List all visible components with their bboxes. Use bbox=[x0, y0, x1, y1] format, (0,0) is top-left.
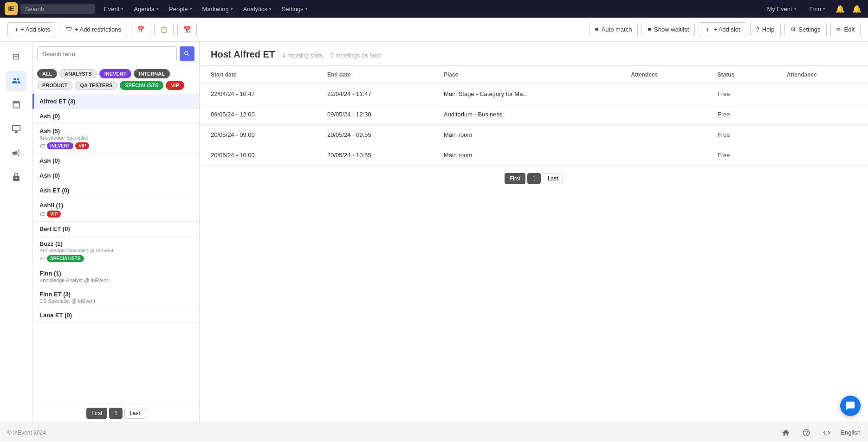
search-submit-button[interactable] bbox=[180, 46, 194, 61]
chevron-down-icon: ▾ bbox=[231, 6, 233, 11]
tag-filter-all[interactable]: ALL bbox=[37, 69, 57, 78]
user-dropdown[interactable]: Finn ▾ bbox=[805, 4, 830, 14]
tag-filter-specialists[interactable]: SPECIALISTS bbox=[120, 81, 163, 90]
person-item-bert[interactable]: Bert ET (0) bbox=[32, 222, 199, 237]
table-row[interactable]: 22/04/24 - 10:47 22/04/24 - 11:47 Main S… bbox=[200, 84, 868, 104]
person-item-ash-0-3[interactable]: Ash (0) bbox=[32, 168, 199, 183]
tag-icon-buzz: 🏷 bbox=[39, 256, 45, 262]
sidebar-item-marketing[interactable] bbox=[6, 143, 26, 163]
table-row[interactable]: 20/05/24 - 09:00 20/05/24 - 09:55 Main r… bbox=[200, 125, 868, 145]
sidebar-item-lock[interactable] bbox=[6, 167, 26, 187]
shield-icon: 🛡 bbox=[66, 26, 72, 33]
toolbar: ＋ + Add slots 🛡 + Add restrictions 📅 📋 📆… bbox=[0, 18, 868, 42]
meeting-slots-count: 4 meeting slots bbox=[282, 52, 323, 59]
add-slots-button[interactable]: ＋ + Add slots bbox=[7, 22, 56, 37]
help-button[interactable]: ? Help bbox=[750, 23, 781, 36]
edit-button[interactable]: ✏ Edit bbox=[830, 23, 861, 36]
col-place: Place bbox=[433, 66, 620, 84]
nav-marketing[interactable]: Marketing ▾ bbox=[198, 4, 238, 14]
nav-analytics[interactable]: Analytics ▾ bbox=[239, 4, 276, 14]
left-page-1-button[interactable]: 1 bbox=[109, 408, 123, 419]
people-list: Alfred ET (3) Ash (0) Ash (5) Knowledge … bbox=[32, 94, 199, 404]
footer: © InEvent 2024 English bbox=[0, 423, 868, 442]
tag-specialists-buzz: SPECIALISTS bbox=[47, 255, 84, 262]
person-item-ash-0-1[interactable]: Ash (0) bbox=[32, 109, 199, 124]
nav-menu: Event ▾ Agenda ▾ People ▾ Marketing ▾ An… bbox=[99, 4, 312, 14]
person-item-ash-et[interactable]: Ash ET (0) bbox=[32, 183, 199, 198]
chevron-down-icon: ▾ bbox=[269, 6, 272, 11]
edit-icon: ✏ bbox=[836, 26, 842, 33]
table-pagination: First 1 Last bbox=[200, 166, 868, 192]
tag-filter-vip[interactable]: VIP bbox=[166, 81, 184, 90]
chat-bubble[interactable] bbox=[840, 396, 861, 416]
main-content: ⊞ ALL ANALYSTS INEVENT INTERNAL bbox=[0, 42, 868, 423]
language-label: English bbox=[841, 429, 861, 436]
col-start-date: Start date bbox=[200, 66, 316, 84]
tag-filter-product[interactable]: PRODUCT bbox=[37, 81, 72, 90]
person-item-alfred[interactable]: Alfred ET (3) bbox=[32, 94, 199, 109]
col-status: Status bbox=[706, 66, 776, 84]
nav-agenda[interactable]: Agenda ▾ bbox=[129, 4, 163, 14]
person-item-buzz[interactable]: Buzz (1) Knowledge Specialist @ InEvent … bbox=[32, 237, 199, 266]
table-row[interactable]: 09/05/24 - 12:00 09/05/24 - 12:30 Audito… bbox=[200, 104, 868, 125]
gear-icon: ⚙ bbox=[790, 26, 796, 33]
table-page-last-button[interactable]: Last bbox=[543, 173, 564, 184]
chevron-down-icon: ▾ bbox=[305, 6, 308, 11]
search-term-input[interactable] bbox=[37, 46, 177, 61]
sidebar-item-people[interactable] bbox=[6, 70, 26, 91]
tag-filter-analysts[interactable]: ANALYSTS bbox=[59, 69, 97, 78]
table-page-first-button[interactable]: First bbox=[505, 173, 525, 184]
settings-button[interactable]: ⚙ Settings bbox=[784, 23, 827, 36]
sidebar-item-monitor[interactable] bbox=[6, 119, 26, 139]
tag-filter-inevent[interactable]: INEVENT bbox=[99, 69, 132, 78]
my-event-dropdown[interactable]: My Event ▾ bbox=[763, 4, 801, 14]
notifications-icon[interactable]: 🔔 bbox=[834, 2, 847, 15]
calendar-button-3[interactable]: 📆 bbox=[177, 23, 197, 36]
auto-match-button[interactable]: ≡ Auto match bbox=[589, 23, 638, 36]
table-row[interactable]: 20/05/24 - 10:00 20/05/24 - 10:55 Main r… bbox=[200, 145, 868, 166]
show-waitlist-button[interactable]: ≡ Show waitlist bbox=[641, 23, 695, 36]
person-item-finn-et[interactable]: Finn ET (3) CS Specialist @ InEvent bbox=[32, 287, 199, 308]
search-input[interactable] bbox=[20, 4, 95, 14]
tag-filters: ALL ANALYSTS INEVENT INTERNAL PRODUCT QA… bbox=[32, 65, 199, 94]
chevron-down-icon: ▾ bbox=[823, 6, 825, 11]
left-page-last-button[interactable]: Last bbox=[124, 408, 145, 419]
person-item-finn[interactable]: Finn (1) Knowledge Analyst @ InEvent bbox=[32, 266, 199, 287]
person-item-ashii[interactable]: AshII (1) 🏷 VIP bbox=[32, 198, 199, 222]
add-restrictions-button[interactable]: 🛡 + Add restrictions bbox=[60, 23, 127, 36]
plus-slot-icon: ＋ bbox=[705, 26, 711, 34]
nav-people[interactable]: People ▾ bbox=[164, 4, 196, 14]
chevron-down-icon: ▾ bbox=[121, 6, 123, 11]
sidebar-item-dashboard[interactable]: ⊞ bbox=[6, 46, 26, 67]
host-meta: 4 meeting slots 0 meetings as host bbox=[282, 52, 381, 59]
alerts-icon[interactable]: 🔔 bbox=[850, 2, 863, 15]
calendar-button-2[interactable]: 📋 bbox=[154, 23, 174, 36]
nav-settings[interactable]: Settings ▾ bbox=[277, 4, 312, 14]
help-footer-icon[interactable] bbox=[800, 426, 813, 439]
person-item-ash-5[interactable]: Ash (5) Knowledge Specialist 🏷 INEVENT V… bbox=[32, 124, 199, 154]
tag-vip-ash5: VIP bbox=[75, 142, 89, 149]
chevron-down-icon: ▾ bbox=[156, 6, 159, 11]
table-page-1-button[interactable]: 1 bbox=[527, 173, 541, 184]
code-icon[interactable] bbox=[820, 426, 833, 439]
person-item-ash-0-2[interactable]: Ash (0) bbox=[32, 154, 199, 168]
copyright: © InEvent 2024 bbox=[7, 429, 46, 436]
left-page-first-button[interactable]: First bbox=[86, 408, 107, 419]
calendar-button-1[interactable]: 📅 bbox=[131, 23, 150, 36]
add-slot-button[interactable]: ＋ + Add slot bbox=[699, 22, 746, 37]
calendar-check-icon: 📆 bbox=[183, 26, 191, 33]
tag-filter-qa-testers[interactable]: QA TESTERS bbox=[75, 81, 117, 90]
plus-icon: ＋ bbox=[13, 26, 19, 34]
nav-event[interactable]: Event ▾ bbox=[99, 4, 128, 14]
chevron-down-icon: ▾ bbox=[190, 6, 192, 11]
sidebar-item-calendar[interactable] bbox=[6, 95, 26, 115]
home-icon[interactable] bbox=[779, 426, 792, 439]
chevron-down-icon: ▾ bbox=[794, 6, 797, 11]
host-name: Host Alfred ET bbox=[211, 49, 275, 60]
tag-inevent-ash5: INEVENT bbox=[47, 142, 73, 149]
person-item-lana[interactable]: Lana ET (0) bbox=[32, 308, 199, 323]
people-search-bar bbox=[32, 42, 199, 65]
app-logo: IE bbox=[5, 2, 18, 15]
tag-filter-internal[interactable]: INTERNAL bbox=[134, 69, 170, 78]
side-panel: ⊞ bbox=[0, 42, 32, 423]
